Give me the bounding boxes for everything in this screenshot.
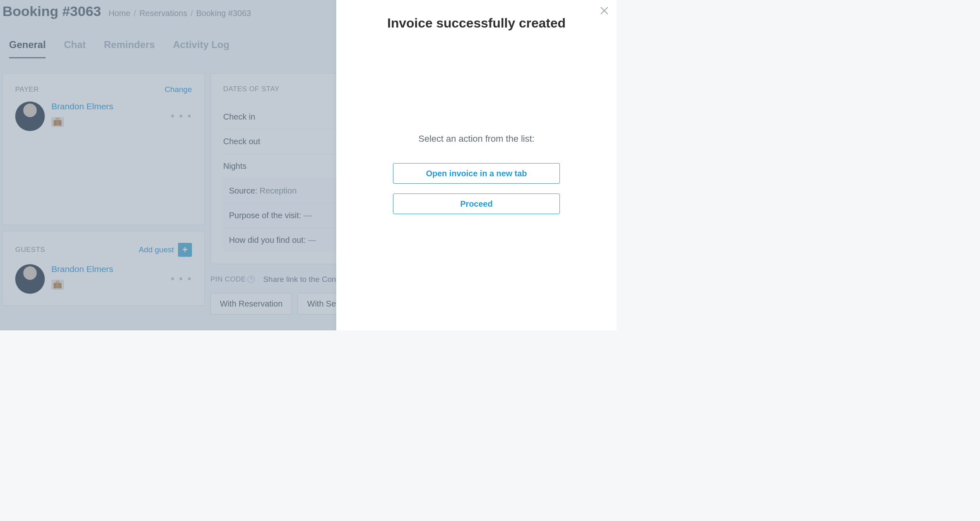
drawer-title: Invoice successfully created xyxy=(336,16,617,31)
close-icon[interactable] xyxy=(599,6,609,16)
drawer-body: Select an action from the list: Open inv… xyxy=(336,134,617,214)
invoice-drawer: Invoice successfully created Select an a… xyxy=(336,0,617,330)
open-invoice-new-tab-button[interactable]: Open invoice in a new tab xyxy=(393,163,560,184)
drawer-actions: Open invoice in a new tab Proceed xyxy=(393,163,560,214)
drawer-hint: Select an action from the list: xyxy=(336,134,617,144)
proceed-button[interactable]: Proceed xyxy=(393,194,560,214)
